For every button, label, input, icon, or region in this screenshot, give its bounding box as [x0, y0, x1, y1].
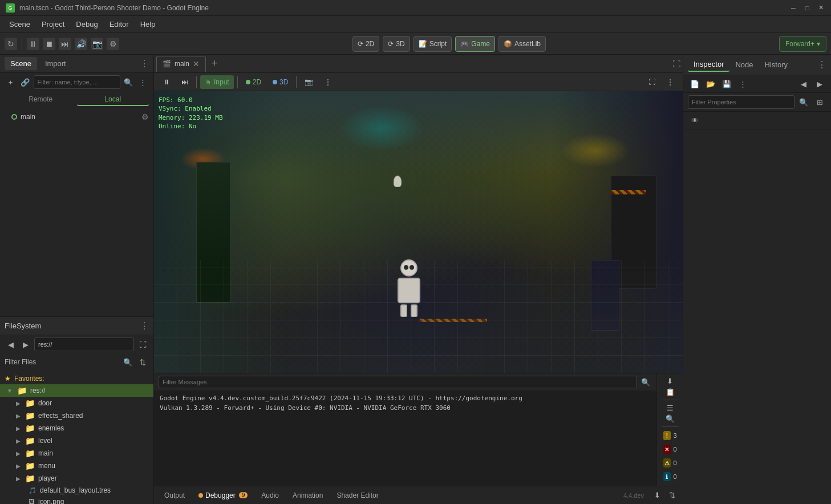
console-filter-toggle[interactable]: ☰ — [661, 404, 679, 412]
fs-item-enemies[interactable]: ▶ 📁 enemies — [0, 422, 153, 434]
menu-debug[interactable]: Debug — [71, 18, 102, 31]
remote-tab[interactable]: Remote — [5, 94, 77, 106]
inspector-filter-search[interactable]: 🔍 — [797, 96, 810, 108]
bottom-tab-debugger[interactable]: Debugger 9 — [193, 489, 253, 502]
inspector-open[interactable]: 📂 — [704, 78, 718, 90]
bottom-layout-button[interactable]: ⬇ — [651, 489, 663, 502]
node-options-main[interactable]: ⚙ — [141, 112, 149, 121]
scene-search-button[interactable]: 🔍 — [123, 76, 135, 88]
game-icon: 🎮 — [460, 40, 469, 48]
pause-button[interactable]: ⏸ — [27, 38, 39, 50]
tree-item-main[interactable]: main ⚙ — [0, 111, 153, 123]
fs-expand-button[interactable]: ⛶ — [136, 338, 149, 351]
inspector-forward[interactable]: ▶ — [813, 78, 826, 90]
console-search-toggle[interactable]: 🔍 — [661, 414, 679, 423]
fs-filter-search[interactable]: 🔍 — [121, 356, 134, 368]
link-node-button[interactable]: 🔗 — [19, 76, 31, 88]
tab-close-main[interactable]: ✕ — [193, 59, 200, 68]
console-filter-bar: 🔍 — [154, 373, 656, 391]
vp-input-button[interactable]: 🖱 Input — [200, 75, 234, 89]
close-button[interactable]: ✕ — [816, 3, 825, 13]
workspace-3d-button[interactable]: ⟳ 3D — [383, 36, 410, 52]
inspector-more-actions[interactable]: ⋮ — [736, 78, 749, 90]
inspector-tab-history[interactable]: History — [759, 58, 793, 71]
inspector-save[interactable]: 💾 — [720, 78, 733, 90]
fs-item-player[interactable]: ▶ 📁 player — [0, 472, 153, 485]
fs-forward-button[interactable]: ▶ — [19, 338, 32, 351]
inspector-tab-inspector[interactable]: Inspector — [688, 58, 729, 72]
console-errors-button[interactable]: ✕ 0 — [660, 444, 680, 455]
run-mode-button[interactable]: Forward+ ▾ — [779, 36, 826, 52]
inspector-filter-input[interactable] — [692, 99, 791, 105]
vp-step-button[interactable]: ⏭ — [177, 75, 193, 89]
fs-back-button[interactable]: ◀ — [5, 338, 17, 351]
fs-filter-options[interactable]: ⇅ — [136, 356, 149, 368]
minimize-button[interactable]: ─ — [789, 3, 798, 13]
menu-help[interactable]: Help — [136, 18, 160, 31]
tab-add-button[interactable]: + — [207, 58, 222, 70]
fs-item-effects[interactable]: ▶ 📁 effects_shared — [0, 409, 153, 422]
inspector-back[interactable]: ◀ — [797, 78, 810, 90]
vp-2d-button[interactable]: 2D — [241, 75, 266, 89]
filesystem-more[interactable]: ⋮ — [140, 320, 149, 331]
refresh-button[interactable]: ↻ — [5, 38, 17, 50]
inspector-filter-box[interactable] — [688, 95, 794, 109]
bottom-tab-shader[interactable]: Shader Editor — [331, 489, 384, 502]
fs-item-icon[interactable]: 🖼 icon.png — [0, 496, 153, 504]
tab-expand-button[interactable]: ⛶ — [672, 59, 680, 68]
workspace-script-button[interactable]: 📝 Script — [414, 36, 452, 52]
scene-filter-input[interactable] — [34, 75, 120, 89]
scene-more-button[interactable]: ⋮ — [137, 76, 149, 88]
vp-pause-button[interactable]: ⏸ — [159, 75, 175, 89]
fs-path-input[interactable] — [34, 338, 134, 351]
console-search-button[interactable]: 🔍 — [639, 376, 652, 388]
editor-tab-main[interactable]: 🎬 main ✕ — [156, 56, 206, 72]
console-copy-button[interactable]: 📋 — [661, 388, 679, 396]
console-info-button[interactable]: ℹ 0 — [660, 471, 680, 482]
bottom-tab-output[interactable]: Output — [159, 489, 190, 502]
console-area: 🔍 Godot Engine v4.4.dev.custom_build.25f… — [154, 373, 656, 486]
bottom-options-button[interactable]: ⇅ — [666, 489, 678, 502]
menu-scene[interactable]: Scene — [5, 18, 35, 31]
console-scroll-bottom[interactable]: ⬇ — [661, 377, 679, 385]
bottom-tab-animation[interactable]: Animation — [287, 489, 329, 502]
workspace-assetlib-button[interactable]: 📦 AssetLib — [498, 36, 546, 52]
inspector-object-icon[interactable]: 👁 — [688, 114, 702, 127]
debugger-indicator — [198, 493, 203, 498]
audio-button[interactable]: 🔊 — [75, 38, 87, 50]
workspace-game-button[interactable]: 🎮 Game — [455, 36, 495, 52]
console-warn2-button[interactable]: ⚠ 0 — [660, 457, 680, 469]
settings-button[interactable]: ⚙ — [107, 38, 119, 50]
console-warnings-button[interactable]: ! 3 — [660, 430, 680, 441]
add-node-button[interactable]: + — [5, 76, 17, 88]
fs-item-level[interactable]: ▶ 📁 level — [0, 434, 153, 447]
vp-more-button[interactable]: ⋮ — [320, 75, 336, 89]
fs-item-default-bus[interactable]: 🎵 default_bus_layout.tres — [0, 485, 153, 496]
tab-scene[interactable]: Scene — [5, 57, 37, 70]
vp-options-button[interactable]: ⋮ — [662, 75, 678, 89]
fs-item-door[interactable]: ▶ 📁 door — [0, 397, 153, 409]
vp-3d-button[interactable]: 3D — [268, 75, 293, 89]
fs-item-menu[interactable]: ▶ 📁 menu — [0, 460, 153, 472]
fs-item-main[interactable]: ▶ 📁 main — [0, 447, 153, 460]
bottom-tab-audio[interactable]: Audio — [256, 489, 285, 502]
fs-item-res[interactable]: ▼ 📁 res:// — [0, 384, 153, 397]
workspace-2d-button[interactable]: ⟳ 2D — [352, 36, 379, 52]
camera-button[interactable]: 📷 — [91, 38, 103, 50]
inspector-more[interactable]: ⋮ — [817, 59, 826, 70]
menu-editor[interactable]: Editor — [105, 18, 133, 31]
inspector-tab-node[interactable]: Node — [729, 58, 759, 71]
scene-panel-more[interactable]: ⋮ — [140, 58, 149, 69]
local-tab[interactable]: Local — [77, 94, 149, 106]
inspector-filter-options[interactable]: ⊞ — [813, 96, 826, 108]
menu-project[interactable]: Project — [37, 18, 69, 31]
stop-button[interactable]: ⏹ — [43, 38, 55, 50]
inspector-new-scene[interactable]: 📄 — [688, 78, 702, 90]
vp-camera-button[interactable]: 📷 — [300, 75, 318, 89]
maximize-button[interactable]: □ — [802, 3, 812, 13]
tab-import[interactable]: Import — [39, 57, 72, 70]
console-filter-input[interactable] — [159, 376, 637, 388]
step-button[interactable]: ⏭ — [59, 38, 71, 50]
vp-fullscreen-button[interactable]: ⛶ — [644, 75, 660, 89]
game-viewport: FPS: 60.0 VSync: Enabled Memory: 223.19 … — [154, 91, 683, 373]
